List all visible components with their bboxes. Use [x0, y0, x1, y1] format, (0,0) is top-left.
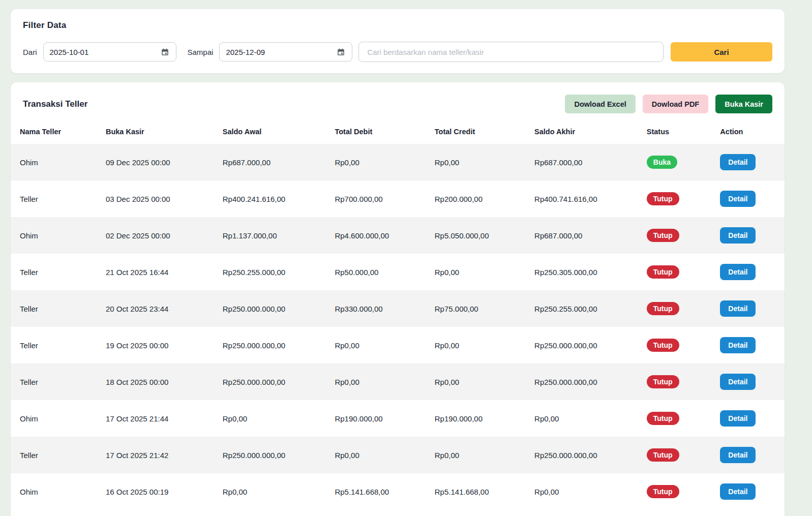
- status-badge: Tutup: [647, 229, 679, 242]
- cell-total-debit: Rp0,00: [325, 327, 425, 363]
- detail-button[interactable]: Detail: [720, 300, 756, 317]
- cell-nama-teller: Teller: [11, 290, 97, 327]
- cell-total-credit: Rp5.050.000,00: [426, 217, 525, 254]
- cari-button[interactable]: Cari: [671, 42, 772, 62]
- sampai-label: Sampai: [188, 48, 214, 56]
- detail-button[interactable]: Detail: [720, 154, 756, 170]
- detail-button[interactable]: Detail: [720, 191, 756, 207]
- col-header-action: Action: [711, 119, 785, 144]
- table-row: Teller 19 Oct 2025 00:00 Rp250.000.000,0…: [11, 327, 785, 363]
- table-row: Teller 21 Oct 2025 16:44 Rp250.255.000,0…: [11, 254, 785, 290]
- table-row: Ohim 09 Dec 2025 00:00 Rp687.000,00 Rp0,…: [11, 144, 785, 180]
- sampai-date-input[interactable]: 2025-12-09: [219, 42, 352, 62]
- cell-buka-kasir: 17 Oct 2025 21:42: [97, 437, 214, 473]
- cell-saldo-awal: Rp1.137.000,00: [214, 217, 326, 254]
- cell-action: Detail: [711, 254, 785, 290]
- table-top: Transaksi Teller Dowload Excel Dowload P…: [11, 82, 785, 119]
- detail-button[interactable]: Detail: [720, 410, 756, 427]
- table-row: Ohim 02 Dec 2025 00:00 Rp1.137.000,00 Rp…: [11, 217, 785, 254]
- cell-buka-kasir: 20 Oct 2025 23:44: [97, 290, 214, 327]
- table-row: Teller 20 Oct 2025 23:44 Rp250.000.000,0…: [11, 290, 785, 327]
- cell-total-debit: Rp190.000,00: [325, 400, 425, 437]
- cell-saldo-awal: Rp0,00: [214, 400, 326, 437]
- cell-saldo-awal: Rp250.255.000,00: [214, 254, 326, 290]
- table-body: Ohim 09 Dec 2025 00:00 Rp687.000,00 Rp0,…: [11, 144, 785, 510]
- cell-saldo-akhir: Rp250.000.000,00: [525, 327, 638, 363]
- dari-date-value: 2025-10-01: [50, 48, 89, 56]
- cell-total-debit: Rp4.600.000,00: [325, 217, 425, 254]
- table-actions: Dowload Excel Dowload PDF Buka Kasir: [565, 95, 772, 113]
- dari-label: Dari: [23, 48, 37, 56]
- table-row: Ohim 16 Oct 2025 00:19 Rp0,00 Rp5.141.66…: [11, 473, 785, 510]
- cell-total-debit: Rp700.000,00: [325, 180, 425, 217]
- status-badge: Tutup: [647, 339, 679, 352]
- status-badge: Tutup: [647, 302, 679, 315]
- search-input[interactable]: [358, 42, 664, 62]
- cell-saldo-awal: Rp687.000,00: [214, 144, 326, 180]
- cell-buka-kasir: 17 Oct 2025 21:44: [97, 400, 214, 437]
- cell-saldo-akhir: Rp400.741.616,00: [525, 180, 638, 217]
- cell-saldo-akhir: Rp0,00: [525, 400, 638, 437]
- calendar-icon[interactable]: [336, 47, 346, 57]
- cell-saldo-awal: Rp250.000.000,00: [214, 327, 326, 363]
- col-header-total-debit: Total Debit: [325, 119, 425, 144]
- detail-button[interactable]: Detail: [720, 374, 756, 390]
- cell-action: Detail: [711, 363, 785, 400]
- cell-saldo-akhir: Rp250.000.000,00: [525, 363, 638, 400]
- cell-total-credit: Rp0,00: [426, 327, 525, 363]
- detail-button[interactable]: Detail: [720, 483, 756, 500]
- col-header-status: Status: [638, 119, 711, 144]
- dari-date-input[interactable]: 2025-10-01: [43, 42, 176, 62]
- cell-total-credit: Rp75.000,00: [426, 290, 525, 327]
- cell-saldo-awal: Rp250.000.000,00: [214, 363, 326, 400]
- cell-action: Detail: [711, 217, 785, 254]
- cell-buka-kasir: 18 Oct 2025 00:00: [97, 363, 214, 400]
- cell-saldo-awal: Rp250.000.000,00: [214, 290, 326, 327]
- cell-saldo-akhir: Rp250.305.000,00: [525, 254, 638, 290]
- cell-buka-kasir: 03 Dec 2025 00:00: [97, 180, 214, 217]
- status-badge: Tutup: [647, 265, 679, 279]
- cell-saldo-akhir: Rp250.000.000,00: [525, 437, 638, 473]
- cell-saldo-akhir: Rp687.000,00: [525, 217, 638, 254]
- filter-title: Filter Data: [23, 20, 772, 31]
- cell-action: Detail: [711, 437, 785, 473]
- cell-saldo-akhir: Rp687.000,00: [525, 144, 638, 180]
- cell-action: Detail: [711, 180, 785, 217]
- cell-total-credit: Rp200.000,00: [426, 180, 525, 217]
- buka-kasir-button[interactable]: Buka Kasir: [715, 95, 772, 113]
- calendar-icon[interactable]: [160, 47, 170, 57]
- detail-button[interactable]: Detail: [720, 227, 756, 244]
- cell-total-debit: Rp5.141.668,00: [325, 473, 425, 510]
- table-row: Teller 17 Oct 2025 21:42 Rp250.000.000,0…: [11, 437, 785, 473]
- cell-nama-teller: Ohim: [11, 473, 97, 510]
- cell-action: Detail: [711, 290, 785, 327]
- col-header-nama-teller: Nama Teller: [11, 119, 97, 144]
- cell-action: Detail: [711, 473, 785, 510]
- detail-button[interactable]: Detail: [720, 337, 756, 353]
- download-excel-button[interactable]: Dowload Excel: [565, 95, 635, 113]
- cell-status: Tutup: [638, 473, 711, 510]
- cell-status: Tutup: [638, 327, 711, 363]
- cell-status: Tutup: [638, 400, 711, 437]
- detail-button[interactable]: Detail: [720, 264, 756, 280]
- cell-total-debit: Rp50.000,00: [325, 254, 425, 290]
- transaksi-table: Nama Teller Buka Kasir Saldo Awal Total …: [11, 119, 785, 510]
- cell-saldo-awal: Rp0,00: [214, 473, 326, 510]
- cell-total-credit: Rp0,00: [426, 144, 525, 180]
- filter-panel: Filter Data Dari 2025-10-01 Sampai 2025-…: [11, 9, 785, 73]
- cell-status: Tutup: [638, 363, 711, 400]
- download-pdf-button[interactable]: Dowload PDF: [643, 95, 708, 113]
- total-data-label: Total Data 20: [11, 510, 785, 516]
- cell-nama-teller: Teller: [11, 437, 97, 473]
- cell-nama-teller: Ohim: [11, 400, 97, 437]
- cell-status: Buka: [638, 144, 711, 180]
- cell-nama-teller: Teller: [11, 254, 97, 290]
- cell-buka-kasir: 19 Oct 2025 00:00: [97, 327, 214, 363]
- status-badge: Tutup: [647, 448, 679, 462]
- cell-action: Detail: [711, 144, 785, 180]
- cell-buka-kasir: 21 Oct 2025 16:44: [97, 254, 214, 290]
- cell-total-debit: Rp330.000,00: [325, 290, 425, 327]
- cell-total-credit: Rp0,00: [426, 437, 525, 473]
- table-row: Teller 03 Dec 2025 00:00 Rp400.241.616,0…: [11, 180, 785, 217]
- detail-button[interactable]: Detail: [720, 447, 756, 463]
